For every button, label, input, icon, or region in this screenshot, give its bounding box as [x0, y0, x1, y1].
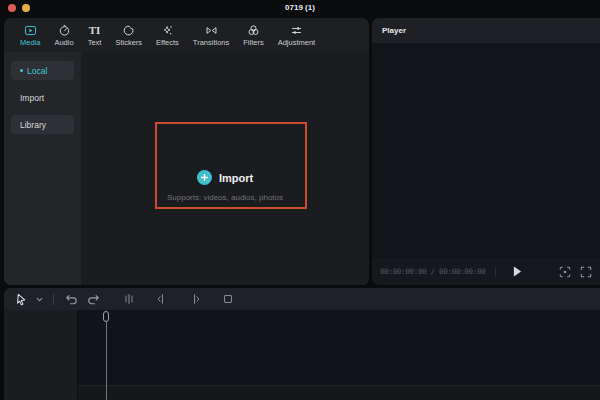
tab-label: Audio — [54, 38, 73, 47]
media-content-area: Import Supports: videos, audios, photos — [81, 52, 369, 285]
tab-label: Effects — [156, 38, 179, 47]
tab-adjustment[interactable]: Adjustment — [272, 22, 322, 49]
audio-icon — [58, 24, 71, 37]
track-lane-strip — [78, 386, 600, 400]
timecode-display: 00:00:00:00 / 00:00:00:00 — [380, 267, 485, 276]
filters-icon — [247, 24, 260, 37]
import-label: Import — [219, 172, 253, 184]
playhead-handle[interactable] — [103, 311, 109, 322]
media-icon — [24, 24, 37, 37]
fullscreen-icon[interactable] — [580, 266, 592, 278]
effects-icon — [161, 24, 174, 37]
undo-button[interactable] — [63, 291, 79, 307]
window-title: 0719 (1) — [0, 3, 600, 12]
select-tool-dropdown[interactable] — [35, 291, 44, 307]
media-sidebar: Local Import Library — [4, 52, 81, 285]
sidebar-item-label: Library — [20, 120, 46, 130]
tab-stickers[interactable]: Stickers — [109, 22, 148, 49]
sidebar-item-label: Local — [27, 66, 47, 76]
trim-right-icon — [189, 293, 201, 305]
media-tabbar: Media Audio TI Text Stickers — [4, 18, 369, 52]
sidebar-item-local[interactable]: Local — [11, 61, 74, 80]
player-panel: Player 00:00:00:00 / 00:00:00:00 — [372, 18, 600, 285]
tab-filters[interactable]: Filters — [237, 22, 269, 49]
track-header-column — [4, 310, 78, 400]
import-hint: Supports: videos, audios, photos — [167, 193, 283, 202]
import-drop-zone[interactable]: Import Supports: videos, audios, photos — [167, 170, 283, 202]
split-button[interactable] — [121, 291, 137, 307]
timeline-toolbar — [4, 288, 600, 310]
play-icon — [513, 266, 522, 277]
tab-label: Stickers — [115, 38, 142, 47]
active-dot — [20, 69, 23, 72]
cursor-icon — [15, 293, 28, 306]
divider — [495, 267, 496, 277]
sidebar-item-library[interactable]: Library — [11, 115, 74, 134]
player-controls: 00:00:00:00 / 00:00:00:00 — [372, 258, 600, 285]
tab-label: Media — [20, 38, 40, 47]
trim-left-icon — [156, 293, 168, 305]
plus-icon — [197, 170, 212, 185]
chevron-down-icon — [36, 297, 43, 302]
sidebar-item-import[interactable]: Import — [11, 88, 74, 107]
split-icon — [123, 293, 135, 305]
trim-left-button[interactable] — [154, 291, 170, 307]
media-panel: Media Audio TI Text Stickers — [4, 18, 369, 285]
crop-button[interactable] — [220, 291, 236, 307]
timeline-playhead[interactable] — [100, 310, 113, 400]
redo-icon — [87, 294, 100, 305]
player-header: Player — [372, 18, 600, 43]
adjustment-icon — [290, 24, 303, 37]
tab-media[interactable]: Media — [14, 22, 46, 49]
transitions-icon — [205, 24, 218, 37]
fit-to-screen-icon[interactable] — [559, 266, 571, 278]
toolbar-divider — [53, 294, 54, 305]
stickers-icon — [122, 24, 135, 37]
tab-effects[interactable]: Effects — [150, 22, 185, 49]
tab-label: Filters — [243, 38, 263, 47]
select-tool-button[interactable] — [13, 291, 29, 307]
play-button[interactable] — [510, 265, 524, 279]
title-bar: 0719 (1) — [0, 0, 600, 17]
trim-right-button[interactable] — [187, 291, 203, 307]
tab-label: Text — [88, 38, 102, 47]
tab-label: Transitions — [193, 38, 229, 47]
timeline-panel — [4, 288, 600, 400]
undo-icon — [65, 294, 78, 305]
crop-icon — [222, 293, 234, 305]
redo-button[interactable] — [85, 291, 101, 307]
tab-label: Adjustment — [278, 38, 316, 47]
tab-text[interactable]: TI Text — [82, 22, 108, 49]
playhead-line — [106, 322, 107, 400]
player-title: Player — [382, 26, 406, 35]
text-icon: TI — [89, 24, 101, 37]
sidebar-item-label: Import — [20, 93, 44, 103]
tab-audio[interactable]: Audio — [48, 22, 79, 49]
tab-transitions[interactable]: Transitions — [187, 22, 235, 49]
